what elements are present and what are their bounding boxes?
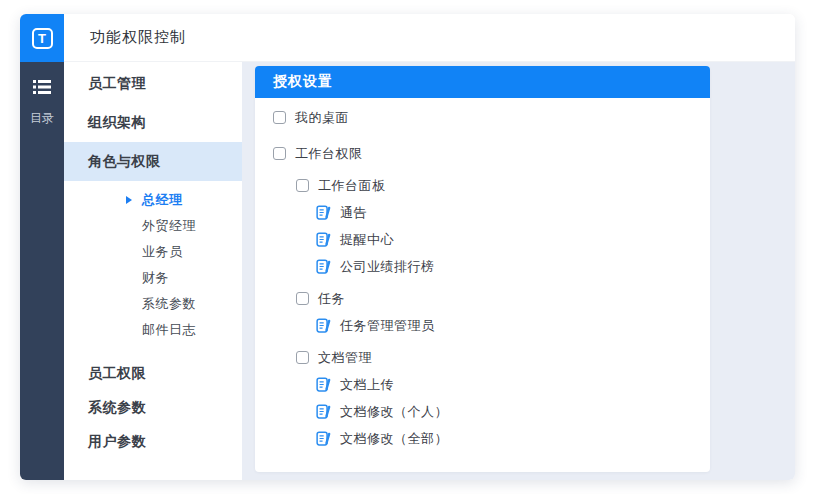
form-doc-icon: [316, 232, 340, 247]
menu-item-label: 财务: [142, 269, 169, 287]
perm-node-label: 文档修改（全部）: [340, 430, 448, 448]
checkbox[interactable]: [296, 292, 309, 305]
role-item[interactable]: 邮件日志: [64, 317, 242, 343]
role-list: 总经理外贸经理业务员财务系统参数邮件日志: [64, 187, 242, 343]
perm-node-label: 文档修改（个人）: [340, 403, 448, 421]
perm-node-label: 工作台面板: [318, 177, 386, 195]
perm-node[interactable]: 工作台权限: [255, 140, 710, 167]
menu-item-label: 系统参数: [142, 295, 196, 313]
menu-item-label: 组织架构: [88, 114, 146, 132]
perm-node-label: 任务: [318, 290, 345, 308]
perm-node[interactable]: 提醒中心: [255, 226, 710, 253]
menu-bottom-group: 员工权限系统参数用户参数: [64, 357, 242, 459]
perm-node[interactable]: 任务管理管理员: [255, 312, 710, 339]
perm-node-label: 文档管理: [318, 349, 372, 367]
logo-icon: T: [32, 28, 53, 49]
form-doc-icon: [316, 377, 340, 392]
perm-node[interactable]: 工作台面板: [255, 172, 710, 199]
menu-item[interactable]: 系统参数: [64, 391, 242, 425]
content-area: 授权设置 我的桌面工作台权限工作台面板通告提醒中心公司业绩排行榜任务任务管理管理…: [242, 62, 795, 480]
panel-header: 授权设置: [255, 66, 710, 98]
role-item[interactable]: 财务: [64, 265, 242, 291]
menu-item-label: 邮件日志: [142, 321, 196, 339]
menu-item[interactable]: 组织架构: [64, 103, 242, 142]
perm-node[interactable]: 公司业绩排行榜: [255, 253, 710, 280]
top-bar: 功能权限控制: [64, 14, 795, 62]
menu-item[interactable]: 用户参数: [64, 425, 242, 459]
perm-node-label: 公司业绩排行榜: [340, 258, 435, 276]
menu-item-label: 用户参数: [88, 433, 146, 451]
form-doc-icon: [316, 259, 340, 274]
role-item[interactable]: 总经理: [64, 187, 242, 213]
menu-item-label: 总经理: [142, 191, 183, 209]
menu-item-label: 系统参数: [88, 399, 146, 417]
menu-item[interactable]: 员工管理: [64, 64, 242, 103]
perm-node-label: 文档上传: [340, 376, 394, 394]
nav-rail-label[interactable]: 目录: [30, 110, 54, 127]
checkbox[interactable]: [296, 351, 309, 364]
authorization-panel: 授权设置 我的桌面工作台权限工作台面板通告提醒中心公司业绩排行榜任务任务管理管理…: [255, 66, 710, 472]
perm-node[interactable]: 我的桌面: [255, 104, 710, 131]
menu-item-label: 业务员: [142, 243, 183, 261]
perm-node-label: 工作台权限: [295, 145, 363, 163]
caret-right-icon: [126, 196, 132, 204]
perm-node[interactable]: 文档修改（个人）: [255, 398, 710, 425]
role-item[interactable]: 业务员: [64, 239, 242, 265]
checkbox[interactable]: [296, 179, 309, 192]
checkbox[interactable]: [273, 111, 286, 124]
menu-item-label: 外贸经理: [142, 217, 196, 235]
perm-node[interactable]: 任务: [255, 285, 710, 312]
menu-list-icon[interactable]: [33, 80, 51, 94]
form-doc-icon: [316, 404, 340, 419]
menu-item-label: 员工管理: [88, 75, 146, 93]
menu-item-label: 员工权限: [88, 365, 146, 383]
menu-item[interactable]: 员工权限: [64, 357, 242, 391]
perm-node[interactable]: 文档管理: [255, 344, 710, 371]
page-title: 功能权限控制: [64, 28, 186, 47]
menu-item[interactable]: 角色与权限: [64, 142, 242, 181]
permission-tree: 我的桌面工作台权限工作台面板通告提醒中心公司业绩排行榜任务任务管理管理员文档管理…: [255, 98, 710, 472]
perm-node-label: 任务管理管理员: [340, 317, 435, 335]
app-window: T 功能权限控制 目录 员工管理组织架构角色与权限总经理外贸经理业务员财务系统参…: [20, 14, 795, 480]
checkbox[interactable]: [273, 147, 286, 160]
menu-item-label: 角色与权限: [88, 153, 161, 171]
side-menu: 员工管理组织架构角色与权限总经理外贸经理业务员财务系统参数邮件日志员工权限系统参…: [64, 62, 242, 480]
form-doc-icon: [316, 318, 340, 333]
perm-node[interactable]: 文档上传: [255, 371, 710, 398]
perm-node-label: 我的桌面: [295, 109, 349, 127]
app-logo[interactable]: T: [20, 14, 64, 62]
perm-node[interactable]: 通告: [255, 199, 710, 226]
nav-rail: 目录: [20, 62, 64, 480]
perm-node-label: 通告: [340, 204, 367, 222]
perm-node[interactable]: 文档修改（全部）: [255, 425, 710, 452]
role-item[interactable]: 外贸经理: [64, 213, 242, 239]
form-doc-icon: [316, 431, 340, 446]
perm-node-label: 提醒中心: [340, 231, 394, 249]
panel-title: 授权设置: [273, 73, 333, 91]
form-doc-icon: [316, 205, 340, 220]
role-item[interactable]: 系统参数: [64, 291, 242, 317]
